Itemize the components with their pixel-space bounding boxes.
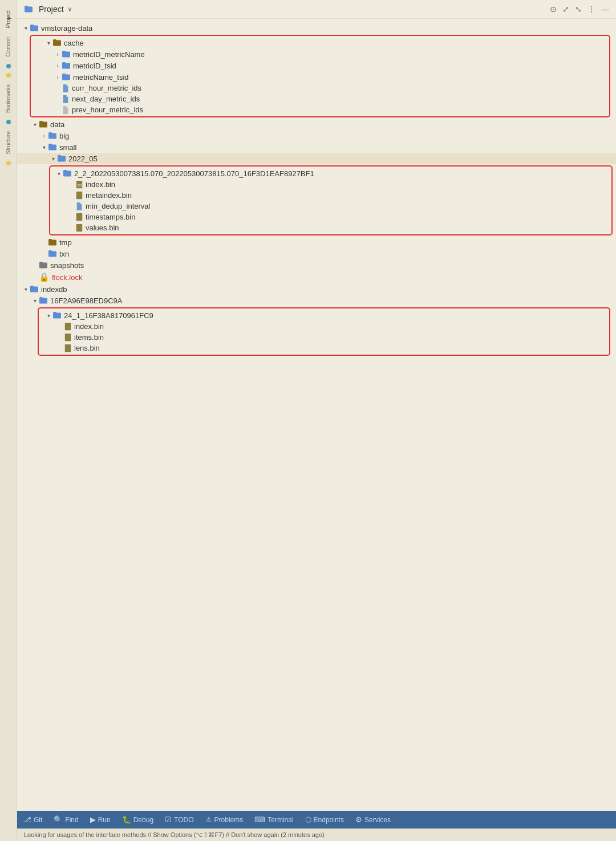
header-chevron-icon[interactable]: ∨ xyxy=(67,5,72,13)
tree-item-tmp[interactable]: tmp xyxy=(17,237,616,248)
file-light-icon xyxy=(62,106,70,114)
tree-item-metricID-tsid[interactable]: › metricID_tsid xyxy=(31,60,609,71)
header-right: ⊙ ⤢ ⤡ ⋮ — xyxy=(550,5,609,14)
tree-item-label: flock.lock xyxy=(52,273,82,282)
folder-icon xyxy=(48,238,57,247)
toolbar-services[interactable]: ⚙ Services xyxy=(350,813,396,826)
sidebar-item-project[interactable]: Project xyxy=(4,6,13,32)
toolbar-label: TODO xyxy=(174,816,193,824)
todo-icon: ☑ xyxy=(165,815,172,824)
toolbar-label: Git xyxy=(34,816,42,824)
tree-item-curr-hour-metric-ids[interactable]: curr_hour_metric_ids xyxy=(31,83,609,94)
sidebar-item-structure[interactable]: Structure xyxy=(4,127,13,159)
panel-header: Project ∨ ⊙ ⤢ ⤡ ⋮ — xyxy=(17,0,616,19)
folder-icon xyxy=(52,311,62,320)
chevron-icon: ▾ xyxy=(44,39,52,47)
svg-rect-5 xyxy=(65,323,71,330)
toolbar-label: Terminal xyxy=(268,816,293,824)
folder-icon xyxy=(62,61,71,70)
tree-item-label: min_dedup_interval xyxy=(86,202,150,210)
folder-icon xyxy=(62,50,71,59)
chevron-icon: ▾ xyxy=(22,285,30,293)
tree-item-snapshots[interactable]: snapshots xyxy=(17,259,616,271)
svg-rect-2 xyxy=(76,192,83,199)
expand-icon[interactable]: ⤢ xyxy=(562,5,569,14)
tree-item-16F2A96E98ED9C9A[interactable]: ▾ 16F2A96E98ED9C9A xyxy=(17,295,616,306)
tree-item-timestamps-bin[interactable]: timestamps.bin xyxy=(50,212,611,222)
chevron-icon: ▾ xyxy=(22,24,30,32)
tree-item-label: curr_hour_metric_ids xyxy=(72,84,141,92)
tree-item-prev-hour-metric-ids[interactable]: prev_hour_metric_ids xyxy=(31,104,609,115)
tree-item-data[interactable]: ▾ data xyxy=(17,119,616,130)
toolbar-debug[interactable]: 🐛 Debug xyxy=(116,813,159,826)
tree-item-cache[interactable]: ▾ cache xyxy=(31,37,609,48)
tree-item-label: big xyxy=(59,132,69,140)
tree-item-metricID-metricName[interactable]: › metricID_metricName xyxy=(31,48,609,60)
tree-item-big[interactable]: › big xyxy=(17,130,616,141)
more-icon[interactable]: ⋮ xyxy=(587,5,595,14)
chevron-icon: ▾ xyxy=(31,120,39,128)
settings-icon[interactable]: ⊙ xyxy=(550,5,557,14)
folder-icon xyxy=(48,131,57,140)
tree-item-values-bin[interactable]: values.bin xyxy=(50,222,611,233)
toolbar-git[interactable]: ⎇ Git xyxy=(17,813,48,826)
services-icon: ⚙ xyxy=(355,815,362,824)
tree-item-label: metaindex.bin xyxy=(86,191,132,200)
tree-item-label: small xyxy=(59,143,76,152)
tree-item-label: 2022_05 xyxy=(68,155,98,163)
file-bin-icon xyxy=(64,334,72,342)
tree-item-label: indexdb xyxy=(41,285,67,294)
folder-icon xyxy=(30,23,39,32)
collapse-icon[interactable]: ⤡ xyxy=(575,5,582,14)
tree-item-next-day-metric-ids[interactable]: next_day_metric_ids xyxy=(31,94,609,104)
tree-item-24-1-folder[interactable]: ▾ 24_1_16F38A8170961FC9 xyxy=(39,310,609,321)
chevron-icon: › xyxy=(40,132,48,140)
tree-item-long-folder[interactable]: ▾ 2_2_20220530073815.070_20220530073815.… xyxy=(50,168,611,179)
tree-item-small[interactable]: ▾ small xyxy=(17,141,616,153)
minimize-icon[interactable]: — xyxy=(601,5,609,14)
activity-dot xyxy=(6,73,11,78)
terminal-icon: ⌨ xyxy=(254,815,265,824)
tree-item-2022-05[interactable]: ▾ 2022_05 xyxy=(17,153,616,164)
tree-item-lens-bin[interactable]: lens.bin xyxy=(39,343,609,354)
tree-item-label: txn xyxy=(59,250,69,258)
toolbar-problems[interactable]: ⚠ Problems xyxy=(200,813,249,826)
tree-item-metaindex-bin[interactable]: metaindex.bin xyxy=(50,190,611,201)
tree-item-indexdb[interactable]: ▾ indexdb xyxy=(17,283,616,295)
tree-item-label: lens.bin xyxy=(74,344,100,352)
chevron-icon: ▾ xyxy=(44,311,52,319)
tree-item-label: 2_2_20220530073815.070_20220530073815.07… xyxy=(74,169,314,178)
sidebar-item-commit[interactable]: Commit xyxy=(4,32,13,61)
toolbar-run[interactable]: ▶ Run xyxy=(84,813,116,826)
file-bin-icon xyxy=(64,344,72,352)
tree-item-label: index.bin xyxy=(86,180,115,189)
tree-item-index-bin-2[interactable]: index.bin xyxy=(39,321,609,332)
run-icon: ▶ xyxy=(90,815,96,824)
sidebar-item-bookmarks[interactable]: Bookmarks xyxy=(4,80,13,117)
toolbar-find[interactable]: 🔍 Find xyxy=(48,813,84,826)
tree-item-label: metricID_tsid xyxy=(73,62,116,70)
folder-icon xyxy=(39,296,48,305)
toolbar-endpoints[interactable]: ⬡ Endpoints xyxy=(299,813,350,826)
tree-item-txn[interactable]: txn xyxy=(17,248,616,259)
toolbar-terminal[interactable]: ⌨ Terminal xyxy=(249,813,299,826)
tree-item-min-dedup-interval[interactable]: min_dedup_interval xyxy=(50,201,611,212)
toolbar-todo[interactable]: ☑ TODO xyxy=(159,813,199,826)
tree-item-vmstorage-data[interactable]: ▾ vmstorage-data xyxy=(17,22,616,34)
tree-item-items-bin[interactable]: items.bin xyxy=(39,332,609,343)
file-bin-icon xyxy=(75,224,83,232)
folder-icon xyxy=(63,169,72,178)
debug-icon: 🐛 xyxy=(122,815,131,824)
tree-item-label: 16F2A96E98ED9C9A xyxy=(50,296,122,305)
tree-item-label: metricName_tsid xyxy=(73,73,129,82)
tree-item-label: metricID_metricName xyxy=(73,50,145,59)
tree-item-metricName-tsid[interactable]: › metricName_tsid xyxy=(31,71,609,83)
tree-item-label: data xyxy=(50,120,64,129)
tree-item-index-bin[interactable]: 010 index.bin xyxy=(50,179,611,190)
toolbar-label: Find xyxy=(65,816,78,824)
folder-icon xyxy=(48,249,57,258)
tree-item-label: 24_1_16F38A8170961FC9 xyxy=(64,311,153,320)
chevron-icon: › xyxy=(54,50,62,58)
file-doc-icon xyxy=(75,202,83,210)
tree-item-flock-lock[interactable]: 🔒 flock.lock xyxy=(17,271,616,283)
